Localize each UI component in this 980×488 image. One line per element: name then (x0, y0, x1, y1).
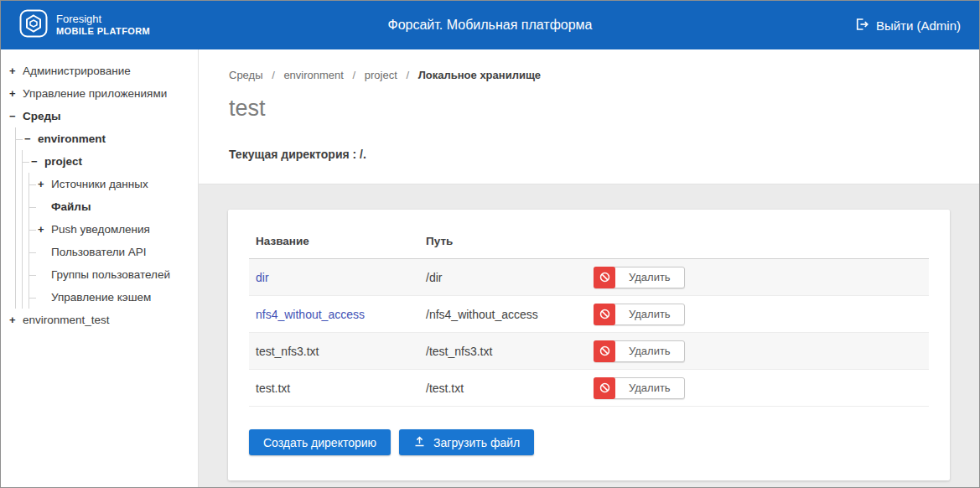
expand-icon[interactable]: + (38, 179, 51, 189)
collapse-icon[interactable]: − (31, 156, 44, 167)
sidebar-item-label: Администрирование (23, 65, 131, 77)
collapse-icon[interactable]: − (9, 111, 23, 122)
file-path: /nfs4_without_access (426, 308, 594, 321)
file-name: test_nfs3.txt (256, 345, 319, 358)
prohibition-icon (594, 340, 615, 362)
file-link[interactable]: dir (256, 271, 269, 284)
sidebar-item-label: Источники данных (51, 178, 148, 190)
breadcrumb-separator: / (406, 69, 409, 81)
table-header: Название Путь (249, 226, 929, 259)
tree-node-environment: − environment − project (16, 127, 194, 309)
sidebar-item-api-users[interactable]: Пользователи API (29, 241, 194, 263)
logout-label: Выйти (Admin) (876, 18, 961, 33)
foresight-logo-icon (19, 9, 48, 41)
table-row: dir /dir Удалить (249, 259, 929, 296)
file-table-card: Название Путь dir /dir Удалить (228, 210, 950, 480)
upload-file-label: Загрузить файл (433, 436, 520, 449)
tree-node-push: + Push уведомления (29, 218, 194, 241)
sidebar-item-user-groups[interactable]: Группы пользователей (29, 263, 194, 286)
sidebar-item-project[interactable]: − project (23, 150, 194, 173)
tree-node-app-management: + Управление приложениями (9, 82, 194, 105)
app-window: Foresight MOBILE PLATFORM Форсайт. Мобил… (0, 0, 980, 488)
tree-node-api-users: Пользователи API (29, 241, 194, 263)
collapse-icon[interactable]: − (24, 133, 38, 144)
breadcrumb-item-environments[interactable]: Среды (229, 69, 263, 81)
sidebar-item-label: Среды (23, 110, 61, 122)
tree-node-files: Файлы (29, 195, 194, 218)
delete-button-label: Удалить (615, 308, 684, 320)
main-content: Среды / environment / project / Локально… (199, 49, 979, 487)
file-path: /test_nfs3.txt (426, 345, 594, 358)
prohibition-icon (594, 377, 615, 399)
nav-tree: + Администрирование + Управление приложе… (9, 60, 194, 331)
sidebar-item-administration[interactable]: + Администрирование (9, 60, 194, 82)
file-path: /test.txt (426, 382, 594, 395)
sidebar-item-label: Управление кэшем (51, 291, 151, 304)
delete-button[interactable]: Удалить (594, 340, 685, 362)
file-name: test.txt (256, 382, 290, 395)
tree-node-environments: − Среды − environment (9, 105, 194, 309)
logout-icon (854, 17, 869, 34)
navigation-sidebar: + Администрирование + Управление приложе… (1, 49, 199, 487)
brand-block: Foresight MOBILE PLATFORM (19, 9, 271, 41)
sidebar-item-label: Push уведомления (51, 223, 150, 236)
tree-node-cache: Управление кэшем (29, 286, 194, 309)
sidebar-item-label: project (44, 155, 82, 168)
delete-button[interactable]: Удалить (594, 304, 685, 325)
breadcrumb-item-environment[interactable]: environment (283, 69, 344, 81)
tree-node-project: − project + Источники данных (23, 150, 194, 309)
delete-button-label: Удалить (615, 382, 684, 394)
breadcrumb: Среды / environment / project / Локально… (229, 69, 949, 81)
delete-button-label: Удалить (615, 345, 684, 357)
header-actions: Выйти (Admin) (709, 17, 961, 34)
sidebar-item-push-notifications[interactable]: + Push уведомления (29, 218, 194, 241)
create-directory-button[interactable]: Создать директорию (249, 429, 391, 455)
top-header: Foresight MOBILE PLATFORM Форсайт. Мобил… (1, 1, 979, 49)
table-row: test.txt /test.txt Удалить (249, 370, 929, 407)
app-title: Форсайт. Мобильная платформа (271, 18, 709, 33)
breadcrumb-separator: / (353, 69, 356, 81)
tree-node-datasources: + Источники данных (29, 173, 194, 195)
prohibition-icon (594, 304, 615, 325)
table-row: nfs4_without_access /nfs4_without_access… (249, 296, 929, 333)
upload-icon (413, 435, 426, 450)
brand-text: Foresight MOBILE PLATFORM (56, 13, 150, 37)
breadcrumb-separator: / (272, 69, 275, 81)
delete-button[interactable]: Удалить (594, 377, 685, 399)
sidebar-item-environment[interactable]: − environment (16, 127, 194, 150)
sidebar-item-cache-management[interactable]: Управление кэшем (29, 286, 194, 309)
breadcrumb-current-local-storage: Локальное хранилище (418, 69, 541, 81)
table-body: dir /dir Удалить nfs4_withou (249, 259, 929, 407)
file-path: /dir (426, 271, 594, 284)
expand-icon[interactable]: + (9, 88, 23, 99)
prohibition-icon (594, 267, 615, 288)
column-header-path: Путь (426, 235, 594, 247)
brand-title: Foresight (56, 13, 150, 26)
delete-button[interactable]: Удалить (594, 267, 685, 288)
expand-icon[interactable]: + (38, 224, 51, 235)
tree-node-administration: + Администрирование (9, 60, 194, 82)
card-actions: Создать директорию Загрузить файл (249, 429, 929, 455)
expand-icon[interactable]: + (9, 65, 23, 76)
delete-button-label: Удалить (615, 271, 684, 283)
breadcrumb-item-project[interactable]: project (365, 69, 397, 81)
sidebar-item-environments[interactable]: − Среды (9, 105, 194, 127)
sidebar-item-environment-test[interactable]: + environment_test (9, 309, 194, 331)
sidebar-item-label: Группы пользователей (51, 268, 170, 281)
file-link[interactable]: nfs4_without_access (256, 308, 365, 321)
tree-node-user-groups: Группы пользователей (29, 263, 194, 286)
table-row: test_nfs3.txt /test_nfs3.txt Удалить (249, 333, 929, 370)
sidebar-item-label: environment_test (23, 314, 110, 326)
sidebar-item-datasources[interactable]: + Источники данных (29, 173, 194, 195)
tree-node-environment-test: + environment_test (9, 309, 194, 331)
sidebar-item-files[interactable]: Файлы (29, 195, 194, 218)
page-title: test (229, 96, 949, 122)
sidebar-item-app-management[interactable]: + Управление приложениями (9, 82, 194, 105)
upload-file-button[interactable]: Загрузить файл (399, 429, 534, 455)
brand-subtitle: MOBILE PLATFORM (56, 26, 150, 37)
sidebar-item-label: Управление приложениями (23, 87, 167, 100)
logout-button[interactable]: Выйти (Admin) (854, 17, 961, 34)
expand-icon[interactable]: + (9, 314, 23, 325)
sidebar-item-label: Пользователи API (51, 246, 147, 258)
page-header-panel: Среды / environment / project / Локально… (199, 49, 979, 184)
